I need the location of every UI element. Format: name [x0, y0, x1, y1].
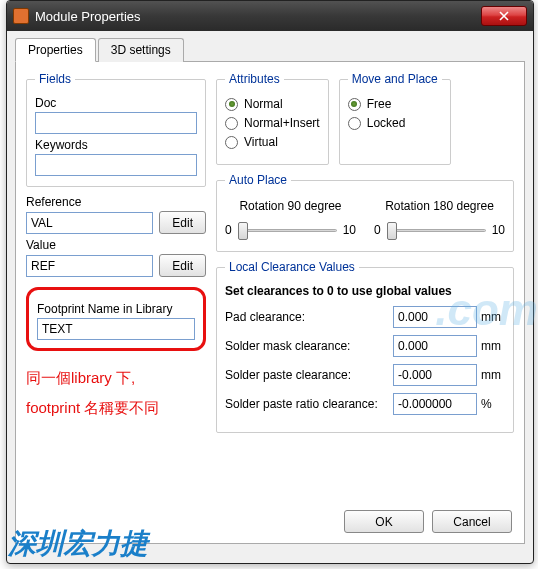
- footprint-name-label: Footprint Name in Library: [37, 302, 195, 316]
- pad-clearance-label: Pad clearance:: [225, 310, 389, 324]
- ratio-clearance-label: Solder paste ratio clearance:: [225, 397, 389, 411]
- radio-icon: [348, 117, 361, 130]
- reference-label: Reference: [26, 195, 206, 209]
- mask-clearance-input[interactable]: [393, 335, 477, 357]
- rot90-slider[interactable]: [238, 219, 337, 241]
- radio-locked-label: Locked: [367, 116, 406, 130]
- pad-clearance-unit: mm: [481, 310, 505, 324]
- radio-locked[interactable]: Locked: [348, 116, 442, 130]
- pad-clearance-input[interactable]: [393, 306, 477, 328]
- tab-panel-properties: Fields Doc Keywords Reference Edit Value: [15, 62, 525, 544]
- autoplace-group: Auto Place Rotation 90 degree 0 10: [216, 173, 514, 252]
- cancel-button[interactable]: Cancel: [432, 510, 512, 533]
- keywords-input[interactable]: [35, 154, 197, 176]
- autoplace-legend: Auto Place: [225, 173, 291, 187]
- mask-clearance-unit: mm: [481, 339, 505, 353]
- rot90-label: Rotation 90 degree: [225, 199, 356, 213]
- radio-icon: [225, 98, 238, 111]
- radio-normal-insert[interactable]: Normal+Insert: [225, 116, 320, 130]
- fields-legend: Fields: [35, 72, 75, 86]
- reference-input[interactable]: [26, 212, 153, 234]
- footprint-highlight-box: Footprint Name in Library: [26, 287, 206, 351]
- radio-free-label: Free: [367, 97, 392, 111]
- value-label: Value: [26, 238, 206, 252]
- paste-clearance-unit: mm: [481, 368, 505, 382]
- paste-clearance-input[interactable]: [393, 364, 477, 386]
- rot180-min: 0: [374, 223, 381, 237]
- app-icon: [13, 8, 29, 24]
- radio-icon: [225, 117, 238, 130]
- rot180-max: 10: [492, 223, 505, 237]
- rot180-slider[interactable]: [387, 219, 486, 241]
- keywords-label: Keywords: [35, 138, 197, 152]
- paste-clearance-label: Solder paste clearance:: [225, 368, 389, 382]
- value-edit-button[interactable]: Edit: [159, 254, 206, 277]
- ok-button[interactable]: OK: [344, 510, 424, 533]
- radio-normal-label: Normal: [244, 97, 283, 111]
- ratio-clearance-unit: %: [481, 397, 505, 411]
- radio-virtual[interactable]: Virtual: [225, 135, 320, 149]
- radio-icon: [348, 98, 361, 111]
- ratio-clearance-input[interactable]: [393, 393, 477, 415]
- rot90-min: 0: [225, 223, 232, 237]
- radio-icon: [225, 136, 238, 149]
- rot90-max: 10: [343, 223, 356, 237]
- annotation-line2: footprint 名稱要不同: [26, 393, 206, 423]
- move-place-legend: Move and Place: [348, 72, 442, 86]
- annotation-text: 同一個library 下, footprint 名稱要不同: [26, 363, 206, 423]
- clearance-legend: Local Clearance Values: [225, 260, 359, 274]
- radio-free[interactable]: Free: [348, 97, 442, 111]
- footprint-name-input[interactable]: [37, 318, 195, 340]
- doc-input[interactable]: [35, 112, 197, 134]
- radio-virtual-label: Virtual: [244, 135, 278, 149]
- mask-clearance-label: Solder mask clearance:: [225, 339, 389, 353]
- move-place-group: Move and Place Free Locked: [339, 72, 451, 165]
- clearance-group: Local Clearance Values Set clearances to…: [216, 260, 514, 433]
- close-button[interactable]: [481, 6, 527, 26]
- tabstrip: Properties 3D settings: [15, 37, 525, 62]
- clearance-note: Set clearances to 0 to use global values: [225, 284, 505, 298]
- annotation-line1: 同一個library 下,: [26, 363, 206, 393]
- reference-edit-button[interactable]: Edit: [159, 211, 206, 234]
- value-input[interactable]: [26, 255, 153, 277]
- doc-label: Doc: [35, 96, 197, 110]
- module-properties-window: Module Properties Properties 3D settings…: [6, 0, 534, 564]
- rot180-label: Rotation 180 degree: [374, 199, 505, 213]
- tab-properties[interactable]: Properties: [15, 38, 96, 62]
- titlebar: Module Properties: [7, 1, 533, 31]
- attributes-legend: Attributes: [225, 72, 284, 86]
- radio-normal[interactable]: Normal: [225, 97, 320, 111]
- radio-normal-insert-label: Normal+Insert: [244, 116, 320, 130]
- fields-group: Fields Doc Keywords: [26, 72, 206, 187]
- attributes-group: Attributes Normal Normal+Insert: [216, 72, 329, 165]
- close-icon: [499, 11, 509, 21]
- tab-3d-settings[interactable]: 3D settings: [98, 38, 184, 62]
- window-title: Module Properties: [35, 9, 481, 24]
